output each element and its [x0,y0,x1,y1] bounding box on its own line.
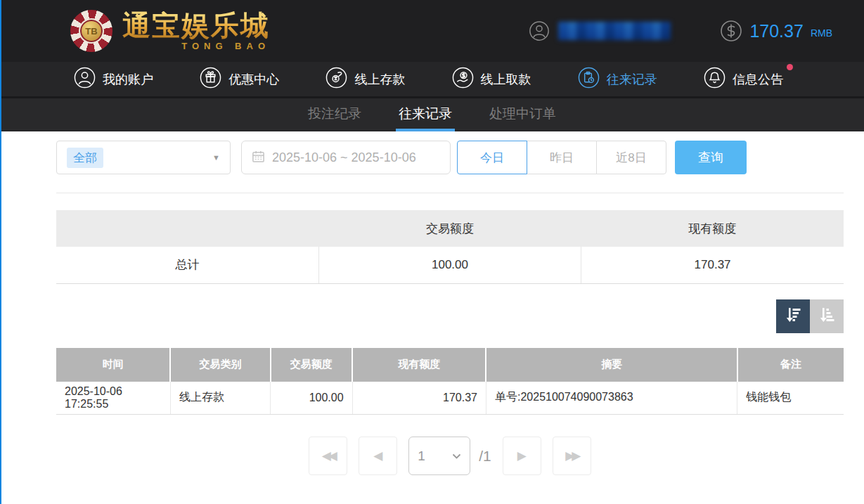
cell-amount: 100.00 [271,382,352,415]
col-header-amount: 交易额度 [271,348,352,382]
main-content: 全部 ▼ 2025-10-06 ~ 2025-10-06 今日 昨日 近8日 查… [0,131,864,475]
left-accent-stripe [0,0,1,504]
summary-header-current-amount: 现有额度 [581,210,844,247]
user-avatar-icon [529,20,550,41]
nav-item-my-account[interactable]: 我的账户 [74,67,153,92]
cell-time: 2025-10-06 17:25:55 [56,382,170,415]
site-logo[interactable]: TB 通宝娱乐城 TONG BAO [70,10,270,52]
balance-amount: 170.37 [749,21,803,41]
balance-currency: RMB [811,27,832,39]
filter-row: 全部 ▼ 2025-10-06 ~ 2025-10-06 今日 昨日 近8日 查… [56,141,844,174]
nav-item-announcements[interactable]: 信息公告 [704,67,783,92]
range-today-button[interactable]: 今日 [457,141,527,174]
double-right-arrow-icon: ▶▶ [565,448,578,463]
summary-total-label: 总计 [56,247,318,283]
user-icon [74,67,96,92]
last-page-button[interactable]: ▶▶ [553,437,591,475]
notification-dot [787,64,793,70]
double-left-arrow-icon: ◀◀ [322,448,335,463]
main-nav: 我的账户 优惠中心 线上存款 [0,62,864,98]
balance[interactable]: 170.37 RMB [720,20,832,42]
nav-label: 线上取款 [481,71,531,88]
cell-type: 线上存款 [170,382,270,415]
col-header-remark: 备注 [737,348,844,382]
next-page-button[interactable]: ▶ [503,437,541,475]
withdraw-icon [452,67,474,92]
tab-transaction-records[interactable]: 往来记录 [396,98,455,131]
col-header-type: 交易类别 [170,348,270,382]
section-divider [56,193,844,193]
left-arrow-icon: ◀ [373,448,382,463]
chip-label: TB [79,18,104,44]
summary-transaction-amount: 100.00 [318,247,581,283]
brand-text: 通宝娱乐城 TONG BAO [122,11,270,51]
top-header: TB 通宝娱乐城 TONG BAO 170.37 RMB [0,0,864,62]
sort-amount-desc-icon [783,305,803,327]
nav-label: 信息公告 [733,71,783,88]
right-arrow-icon: ▶ [517,448,527,463]
username-blurred[interactable] [558,22,671,40]
sort-amount-asc-icon [817,305,837,327]
sort-ascending-button[interactable] [810,299,844,333]
bell-icon [704,67,726,92]
summary-table: 交易额度 现有额度 总计 100.00 170.37 [56,210,844,284]
date-range-input[interactable]: 2025-10-06 ~ 2025-10-06 [241,141,451,174]
records-header-row: 时间 交易类别 交易额度 现有额度 摘要 备注 [56,348,844,382]
pagination: ◀◀ ◀ 1 /1 ▶ ▶▶ [56,437,844,475]
calendar-icon [252,150,265,166]
sub-nav: 投注纪录 往来记录 处理中订单 [0,98,864,131]
sort-descending-button[interactable] [776,299,810,333]
summary-header-empty [56,210,318,247]
col-header-time: 时间 [56,348,170,382]
nav-item-withdraw[interactable]: 线上取款 [452,67,531,92]
summary-total-row: 总计 100.00 170.37 [56,247,844,283]
cell-summary: 单号:202510074090073863 [486,382,737,415]
col-header-summary: 摘要 [486,348,737,382]
nav-label: 线上存款 [354,71,405,88]
tab-bet-records[interactable]: 投注纪录 [305,98,364,131]
type-select-value: 全部 [67,148,103,168]
cell-balance: 170.37 [352,382,486,415]
prev-page-button[interactable]: ◀ [359,437,397,475]
nav-label: 我的账户 [103,71,153,88]
brand-name-en: TONG BAO [181,41,270,51]
first-page-button[interactable]: ◀◀ [309,437,347,475]
records-table: 时间 交易类别 交易额度 现有额度 摘要 备注 2025-10-06 17:25… [56,348,844,415]
page-select-value: 1 [418,448,425,464]
col-header-balance: 现有额度 [352,348,486,382]
range-yesterday-button[interactable]: 昨日 [527,141,597,174]
quick-range-group: 今日 昨日 近8日 [457,141,666,174]
poker-chip-icon: TB [70,10,112,52]
brand-name-cn: 通宝娱乐城 [122,11,270,39]
tab-pending-orders[interactable]: 处理中订单 [486,98,559,131]
coin-icon [720,20,742,42]
nav-item-transaction-records[interactable]: 往来记录 [578,67,657,92]
deposit-icon [325,67,347,92]
header-right: 170.37 RMB [529,20,832,42]
records-icon [578,67,600,92]
summary-header-row: 交易额度 现有额度 [56,210,844,247]
type-select[interactable]: 全部 ▼ [56,141,231,174]
table-row: 2025-10-06 17:25:55 线上存款 100.00 170.37 单… [56,382,844,415]
summary-header-transaction-amount: 交易额度 [318,210,581,247]
range-last8days-button[interactable]: 近8日 [596,141,666,174]
chevron-down-icon: ▼ [212,153,220,162]
cell-remark: 钱能钱包 [737,382,844,415]
nav-label: 往来记录 [607,71,657,88]
nav-label: 优惠中心 [228,71,279,88]
sort-controls [56,299,844,333]
nav-item-deposit[interactable]: 线上存款 [325,67,405,92]
chevron-down-icon [452,450,461,463]
gift-icon [200,67,221,92]
page-select[interactable]: 1 [408,437,470,475]
summary-current-amount: 170.37 [581,247,844,283]
nav-item-promotions[interactable]: 优惠中心 [200,67,279,92]
date-range-value: 2025-10-06 ~ 2025-10-06 [272,150,416,165]
search-button[interactable]: 查询 [675,141,747,174]
page-total-label: /1 [479,448,491,465]
